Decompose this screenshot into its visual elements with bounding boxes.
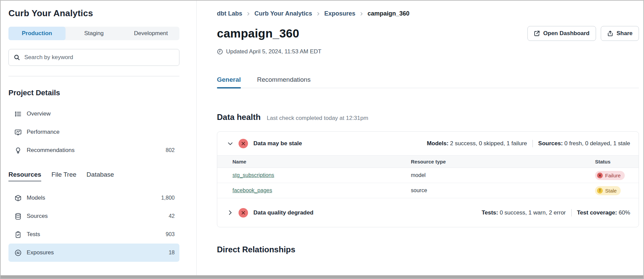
models-stat-value: 2 success, 0 skipped, 1 failure — [450, 140, 527, 147]
env-tab-development[interactable]: Development — [122, 27, 179, 40]
status-badge-stale: ! Stale — [595, 186, 621, 195]
tests-stat-label: Tests: — [481, 209, 498, 216]
cube-icon — [15, 195, 22, 202]
stat-separator — [571, 209, 572, 217]
resource-link-facebook-pages[interactable]: facebook_pages — [232, 187, 272, 193]
list-icon — [15, 110, 22, 118]
sidebar-item-recommendations[interactable]: Recommendations 802 — [8, 141, 179, 159]
table-row: facebook_pages source ! Stale — [217, 183, 639, 198]
recommendations-count: 802 — [166, 147, 175, 153]
project-details-nav: Overview Performance Recommendations 802 — [8, 105, 179, 159]
share-button[interactable]: Share — [601, 26, 639, 41]
sidebar-item-label: Tests — [27, 231, 40, 238]
sources-stat-value: 0 fresh, 0 delayed, 1 stale — [564, 140, 630, 147]
tests-stat-value: 0 success, 1 warn, 2 error — [500, 209, 566, 216]
clock-icon — [217, 49, 223, 55]
detail-tabs: General Recommendations — [217, 76, 639, 88]
share-icon — [607, 30, 613, 36]
breadcrumb-exposures[interactable]: Exposures — [324, 10, 355, 17]
stat-separator — [532, 140, 533, 147]
search-box[interactable] — [8, 49, 179, 66]
status-badge-label: Failure — [605, 173, 621, 178]
sidebar-item-label: Models — [27, 195, 45, 201]
chevron-right-icon — [360, 12, 364, 16]
resource-link-stg-subscriptions[interactable]: stg_subscriptions — [232, 172, 274, 178]
open-dashboard-button[interactable]: Open Dashboard — [527, 26, 596, 41]
tab-database[interactable]: Database — [86, 171, 114, 181]
search-input[interactable] — [24, 54, 174, 61]
tab-resources[interactable]: Resources — [8, 171, 41, 181]
sidebar: Curb Your Analytics Production Staging D… — [1, 1, 197, 278]
error-status-icon — [239, 208, 248, 218]
env-tab-production[interactable]: Production — [8, 27, 66, 40]
app-window: { "sidebar": { "project_name": "Curb You… — [0, 0, 644, 279]
sidebar-item-label: Recommendations — [27, 147, 75, 154]
stale-group-row[interactable]: Data may be stale Models: 2 success, 0 s… — [217, 132, 639, 155]
updated-text: Updated April 5, 2024, 11:53 AM EDT — [226, 48, 321, 55]
direct-relationships-title: Direct Relationships — [217, 245, 639, 254]
horizontal-scrollbar[interactable] — [1, 275, 643, 278]
project-details-heading: Project Details — [8, 88, 179, 97]
x-circle-icon — [597, 173, 603, 178]
sidebar-item-label: Sources — [27, 213, 48, 220]
models-stat-label: Models: — [427, 140, 448, 147]
sidebar-item-label: Performance — [27, 129, 59, 135]
resource-type-cell: source — [411, 187, 595, 194]
project-title: Curb Your Analytics — [8, 8, 179, 19]
header-actions: Open Dashboard Share — [527, 26, 639, 41]
exposures-count: 18 — [169, 250, 175, 256]
data-health-card: Data may be stale Models: 2 success, 0 s… — [217, 131, 639, 227]
breadcrumb-current: campaign_360 — [368, 10, 410, 17]
updated-timestamp: Updated April 5, 2024, 11:53 AM EDT — [217, 48, 639, 55]
column-header-status: Status — [595, 159, 639, 164]
breadcrumb: dbt Labs Curb Your Analytics Exposures c… — [217, 10, 639, 17]
chevron-right-icon — [246, 12, 250, 16]
breadcrumb-project[interactable]: Curb Your Analytics — [254, 10, 312, 17]
lightbulb-icon — [15, 147, 22, 154]
stale-group-label: Data may be stale — [253, 140, 302, 147]
table-row: stg_subscriptions model Failure — [217, 168, 639, 183]
chevron-right-icon[interactable] — [227, 210, 233, 215]
breadcrumb-dbt-labs[interactable]: dbt Labs — [217, 10, 242, 17]
share-label: Share — [617, 30, 633, 37]
last-check-text: Last check completed today at 12:31pm — [267, 115, 368, 122]
quality-group-label: Data quality degraded — [253, 209, 314, 216]
external-link-icon — [534, 30, 540, 36]
chevron-down-icon[interactable] — [227, 141, 233, 147]
tab-file-tree[interactable]: File Tree — [51, 171, 76, 181]
gauge-icon — [15, 249, 22, 256]
main-content: dbt Labs Curb Your Analytics Exposures c… — [197, 1, 643, 278]
tab-recommendations[interactable]: Recommendations — [257, 76, 311, 88]
sidebar-item-overview[interactable]: Overview — [8, 105, 179, 123]
sidebar-item-sources[interactable]: Sources 42 — [8, 207, 179, 225]
open-dashboard-label: Open Dashboard — [543, 30, 590, 37]
tab-general[interactable]: General — [217, 76, 241, 88]
stale-group-stats: Models: 2 success, 0 skipped, 1 failure … — [427, 140, 630, 147]
resource-view-tabs: Resources File Tree Database — [8, 171, 179, 181]
sidebar-divider — [8, 76, 179, 76]
status-badge-failure: Failure — [595, 171, 625, 180]
clipboard-check-icon — [15, 231, 22, 238]
tests-count: 903 — [166, 231, 175, 237]
coverage-stat-label: Test coverage: — [577, 209, 617, 216]
sidebar-item-exposures[interactable]: Exposures 18 — [8, 244, 179, 262]
environment-tabs: Production Staging Development — [8, 27, 179, 40]
sidebar-item-performance[interactable]: Performance — [8, 123, 179, 141]
sidebar-item-label: Exposures — [27, 249, 54, 256]
page-header: campaign_360 Open Dashboard Share — [217, 26, 639, 41]
monitor-chart-icon — [15, 129, 22, 136]
sidebar-item-tests[interactable]: Tests 903 — [8, 225, 179, 244]
error-status-icon — [239, 139, 248, 148]
column-header-name: Name — [217, 159, 411, 164]
quality-group-row[interactable]: Data quality degraded Tests: 0 success, … — [217, 198, 639, 227]
data-health-title: Data health — [217, 112, 261, 122]
models-count: 1,800 — [161, 195, 175, 201]
sidebar-item-models[interactable]: Models 1,800 — [8, 189, 179, 207]
sources-count: 42 — [169, 213, 175, 219]
data-health-header: Data health Last check completed today a… — [217, 112, 639, 122]
quality-group-stats: Tests: 0 success, 1 warn, 2 error Test c… — [481, 209, 630, 217]
env-tab-staging[interactable]: Staging — [66, 27, 123, 40]
exclamation-circle-icon: ! — [597, 188, 603, 194]
column-header-resource-type: Resource type — [411, 159, 595, 164]
sidebar-item-label: Overview — [27, 110, 51, 117]
